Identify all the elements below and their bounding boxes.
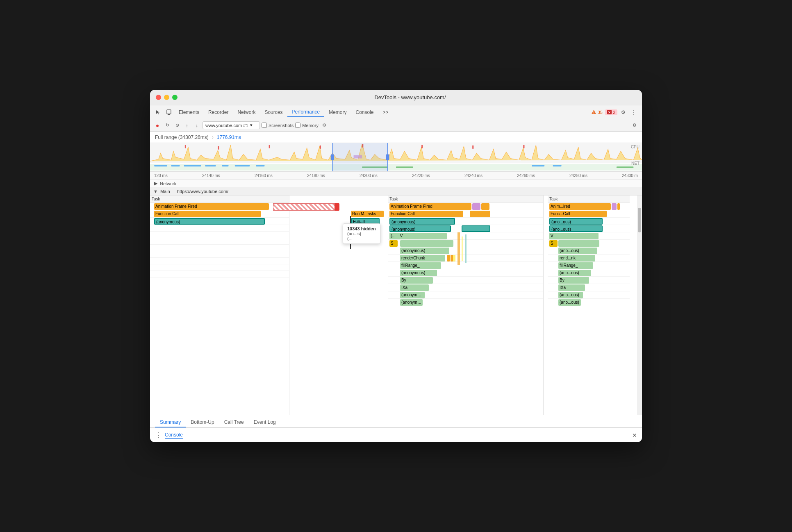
flame-row-anon-2[interactable]: (anonymous): [388, 218, 543, 225]
anon-block-2[interactable]: (anonymous): [389, 218, 455, 225]
run-microtasks-block[interactable]: Run M...asks: [351, 211, 384, 217]
anon-block-3a[interactable]: (ano...ous): [549, 218, 603, 225]
console-close-icon[interactable]: ✕: [632, 432, 637, 439]
network-section-header[interactable]: ▶ Network: [150, 180, 642, 187]
anim-block-1[interactable]: Animation Frame Fired: [154, 203, 269, 210]
flame-row-v3[interactable]: V: [548, 232, 630, 240]
anon-block-7[interactable]: (anonymous): [400, 299, 423, 306]
tab-network[interactable]: Network: [233, 108, 259, 117]
tab-performance[interactable]: Performance: [287, 107, 324, 117]
anon-block-1[interactable]: (anonymous): [154, 218, 265, 225]
capture-settings-icon[interactable]: ⚙: [630, 121, 639, 130]
fill-block-3[interactable]: fillRange_: [558, 262, 593, 269]
anon-block-6[interactable]: (anonymous): [400, 292, 425, 298]
func-block-3[interactable]: Func...Call: [549, 211, 607, 217]
s-block-3[interactable]: S: [549, 240, 558, 247]
s-green-3[interactable]: [558, 240, 599, 247]
flame-row-sub-1[interactable]: [150, 225, 289, 232]
anon-block-3f[interactable]: (ano...ous): [558, 299, 581, 306]
flame-row-anon-3e[interactable]: (ano...ous): [548, 291, 630, 299]
url-selector[interactable]: www.youtube.com #1 ▾: [203, 121, 260, 129]
flame-row-anon-3a[interactable]: (ano...ous): [548, 218, 630, 225]
flame-row-anim-3[interactable]: Anim...ired: [548, 203, 630, 210]
flame-row-sub-7[interactable]: [150, 264, 289, 271]
func-block-2b[interactable]: [470, 211, 490, 217]
flame-row-sub-2[interactable]: [150, 232, 289, 238]
anim-block-3[interactable]: Anim...ired: [549, 203, 611, 210]
tab-bottom-up[interactable]: Bottom-Up: [186, 418, 219, 427]
flame-row-sub-6[interactable]: [150, 258, 289, 264]
anon-block-3e[interactable]: (ano...ous): [558, 292, 583, 298]
tab-summary[interactable]: Summary: [155, 418, 186, 427]
anon-block-3b[interactable]: [462, 225, 490, 232]
download-button[interactable]: ↓: [193, 121, 201, 130]
flame-row-rend3[interactable]: rend...nk_: [548, 255, 630, 262]
flame-row-anon-3c[interactable]: (ano...ous): [548, 247, 630, 255]
flame-row-sub-5[interactable]: [150, 251, 289, 258]
flame-row-anon-7[interactable]: (anonymous): [388, 299, 543, 306]
device-icon[interactable]: [164, 107, 174, 117]
flame-row-func-1[interactable]: Function Call: [150, 210, 289, 218]
flame-row-sub-4[interactable]: [150, 245, 289, 251]
flame-row-anon-5[interactable]: (anonymous): [388, 269, 543, 277]
anon-block-3[interactable]: (anonymous): [389, 225, 451, 232]
tab-event-log[interactable]: Event Log: [249, 418, 281, 427]
flame-row-fill3[interactable]: fillRange_: [548, 262, 630, 269]
anim-block-2[interactable]: Animation Frame Fired: [389, 203, 471, 210]
console-more-icon[interactable]: ⋮: [155, 431, 162, 439]
flame-row-anon-3[interactable]: (anonymous): [388, 225, 543, 232]
anon-block-5[interactable]: (anonymous): [400, 270, 437, 276]
flame-row-func-3[interactable]: Func...Call: [548, 210, 630, 218]
ixa-block-3[interactable]: IXa: [558, 284, 585, 291]
flame-row-sub-3[interactable]: [150, 238, 289, 245]
flame-row-ixa[interactable]: IXa: [388, 284, 543, 291]
screenshots-checkbox[interactable]: [262, 123, 267, 128]
green-row-s[interactable]: [400, 240, 453, 247]
record-button[interactable]: ●: [153, 121, 162, 130]
func-block-2[interactable]: Function Call: [389, 211, 463, 217]
flame-row-anim-2[interactable]: Animation Frame Fired: [388, 203, 543, 210]
rend-block-3[interactable]: rend...nk_: [558, 255, 595, 261]
orange-block-sm[interactable]: [481, 203, 489, 210]
by-block[interactable]: By: [400, 277, 433, 284]
flame-row-by[interactable]: By: [388, 277, 543, 284]
tab-recorder[interactable]: Recorder: [204, 108, 232, 117]
maximize-button[interactable]: [172, 95, 178, 100]
close-button[interactable]: [156, 95, 161, 100]
by-block-3[interactable]: By: [558, 277, 589, 284]
flame-row-by3[interactable]: By: [548, 277, 630, 284]
flame-row-anim-1[interactable]: Animation Frame Fired: [150, 203, 289, 210]
tab-memory[interactable]: Memory: [325, 108, 350, 117]
s-block[interactable]: S: [389, 240, 398, 247]
anon-block-3c[interactable]: (ano...ous): [558, 248, 597, 254]
anon-block-3b[interactable]: (ano...ous): [549, 225, 603, 232]
cursor-icon[interactable]: [153, 107, 163, 117]
memory-settings-icon[interactable]: ⚙: [320, 121, 328, 130]
settings-icon[interactable]: ⚙: [618, 107, 628, 117]
tab-elements[interactable]: Elements: [175, 108, 203, 117]
renderchunk-block[interactable]: renderChunk_: [400, 255, 445, 261]
tab-sources[interactable]: Sources: [260, 108, 287, 117]
flame-row-anon-6[interactable]: (anonymous): [388, 291, 543, 299]
v-block[interactable]: (... V: [389, 233, 447, 239]
flame-row-s3[interactable]: S: [548, 240, 630, 247]
fillrange-block[interactable]: fillRange_: [400, 262, 441, 269]
flame-row-sub-8[interactable]: [150, 271, 289, 277]
console-link[interactable]: Console: [165, 432, 183, 439]
tab-more[interactable]: >>: [379, 108, 393, 117]
tab-call-tree[interactable]: Call Tree: [219, 418, 249, 427]
timeline-overview[interactable]: CPU NET: [150, 143, 642, 172]
scrollbar[interactable]: [637, 196, 642, 415]
tab-console[interactable]: Console: [351, 108, 378, 117]
scrollbar-thumb[interactable]: [638, 208, 641, 232]
reload-button[interactable]: ↻: [163, 121, 171, 130]
ixa-block[interactable]: IXa: [400, 284, 429, 291]
flame-row-anon-3f[interactable]: (ano...ous): [548, 299, 630, 306]
clear-button[interactable]: ⊘: [173, 121, 181, 130]
flame-row-anon-1[interactable]: (anonymous): [150, 218, 289, 225]
flame-row-anon-3b[interactable]: (ano...ous): [548, 225, 630, 232]
func-block-1[interactable]: Function Call: [154, 211, 261, 217]
upload-button[interactable]: ↑: [183, 121, 191, 130]
purple-block[interactable]: [472, 203, 480, 210]
anon-block-4[interactable]: (anonymous): [400, 248, 449, 254]
